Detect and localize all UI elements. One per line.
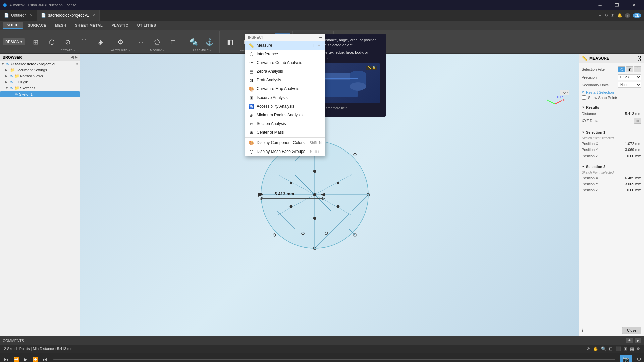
- snap-points-checkbox[interactable]: [582, 95, 586, 100]
- create-group: ⊞ ⬡ ⊙ ⌒ ◈ CREATE ▾: [26, 31, 110, 53]
- loft-btn[interactable]: ◈: [92, 33, 108, 51]
- display-btn[interactable]: ▦: [630, 346, 634, 351]
- fillet-btn[interactable]: ⌓: [133, 33, 149, 51]
- user-button[interactable]: ①: [611, 13, 614, 18]
- shell-btn[interactable]: □: [165, 33, 181, 51]
- selection1-title[interactable]: ▼ Selection 1: [582, 129, 641, 136]
- restore-button[interactable]: ❐: [609, 0, 625, 10]
- menu-item-zebra[interactable]: ▤ Zebra Analysis: [245, 67, 325, 76]
- ws-utilities[interactable]: UTILITIES: [133, 22, 160, 29]
- view-cube-btn[interactable]: ⬛: [615, 346, 621, 351]
- menu-item-curvature-map[interactable]: 🎨 Curvature Map Analysis: [245, 84, 325, 93]
- minimize-button[interactable]: ─: [592, 0, 608, 10]
- menu-item-mesh-face[interactable]: ⬡ Display Mesh Face Groups Shift+F: [245, 147, 325, 156]
- menu-options-icon[interactable]: •••: [318, 35, 322, 39]
- panel-expand-icon[interactable]: ⟩⟩: [638, 56, 641, 61]
- camera-icon[interactable]: 📷: [620, 355, 632, 362]
- chamfer-btn[interactable]: ⬠: [149, 33, 165, 51]
- comments-eye-btn[interactable]: 👁: [626, 338, 633, 343]
- results-title[interactable]: ▼ Results: [582, 104, 641, 111]
- browser-item-root[interactable]: ▼ 👁 ⚙ sacreddclockproject v1 ⚙: [0, 61, 80, 67]
- new-tab-button[interactable]: ＋: [598, 13, 602, 18]
- close-button[interactable]: ✕: [626, 0, 641, 10]
- automate-btn[interactable]: ⚙: [113, 33, 128, 51]
- orbit-btn[interactable]: ⟳: [587, 346, 590, 351]
- sweep-btn[interactable]: ⌒: [76, 33, 92, 51]
- app-title: 🔷 Autodesk Fusion 360 (Education License…: [3, 3, 78, 7]
- browser-item-named-views[interactable]: ▶ 👁 📁 Named Views: [0, 73, 80, 79]
- ws-mesh[interactable]: MESH: [51, 22, 70, 29]
- tab-sacred-icon: 📄: [41, 13, 46, 18]
- tab-close-untitled[interactable]: ✕: [30, 13, 33, 18]
- ws-sheet-metal[interactable]: SHEET METAL: [71, 22, 107, 29]
- menu-item-interference[interactable]: ⬡ Interference: [245, 50, 325, 58]
- play-prev-btn[interactable]: ⏪: [12, 355, 20, 362]
- selection2-title[interactable]: ▼ Selection 2: [582, 163, 641, 170]
- as-joint-btn[interactable]: ⚓: [202, 33, 217, 51]
- comments-arrow-btn[interactable]: ▶: [635, 338, 641, 343]
- menu-item-component-colors[interactable]: 🎨 Display Component Colors Shift+N: [245, 138, 325, 147]
- measure-dots[interactable]: ⋯: [318, 43, 322, 48]
- close-panel-button[interactable]: Close: [622, 327, 641, 334]
- menu-header: INSPECT •••: [245, 34, 325, 41]
- menu-item-section[interactable]: ✂ Section Analysis: [245, 119, 325, 128]
- tab-sacred[interactable]: 📄 sacreddclockproject v1 ✕: [37, 10, 100, 21]
- svg-point-43: [350, 82, 366, 90]
- svg-text:Y: Y: [546, 98, 549, 102]
- filter-face-btn[interactable]: ◧: [626, 66, 633, 72]
- ws-surface[interactable]: SURFACE: [23, 22, 50, 29]
- extrude-btn[interactable]: ⬡: [44, 33, 59, 51]
- play-settings-icon[interactable]: ⚙: [637, 356, 641, 362]
- curvature-comb-icon: 〜: [249, 60, 254, 65]
- browser-item-sketches[interactable]: ▼ 👁 📁 Sketches: [0, 85, 80, 91]
- tab-close-sacred[interactable]: ✕: [92, 13, 95, 18]
- browser-item-sketch1[interactable]: 👁 ✏ Sketch1: [0, 91, 80, 97]
- browser-item-doc-settings[interactable]: ▶ 📁 Document Settings: [0, 67, 80, 73]
- filter-edge-btn[interactable]: ⌒: [634, 66, 641, 72]
- menu-item-center-mass[interactable]: ⊕ Center of Mass: [245, 128, 325, 137]
- accessibility-icon: ♿: [249, 104, 254, 109]
- revolve-btn[interactable]: ⊙: [60, 33, 75, 51]
- settings-top-btn[interactable]: ⚙: [637, 347, 640, 351]
- app-icon: 🔷: [3, 3, 7, 7]
- plane-btn[interactable]: ◧: [222, 33, 238, 51]
- grid-btn[interactable]: ⊞: [624, 346, 627, 351]
- menu-item-measure[interactable]: 📏 Measure I ⋯: [245, 41, 325, 50]
- joint-btn[interactable]: 🔩: [186, 33, 201, 51]
- menu-item-min-radius[interactable]: ⌀ Minimum Radius Analysis: [245, 111, 325, 119]
- browser-expand-btn[interactable]: ▶: [75, 55, 77, 59]
- browser-item-origin[interactable]: ▶ 👁 ⊕ Origin: [0, 79, 80, 85]
- notify-button[interactable]: 🔔: [617, 13, 622, 18]
- info-icon[interactable]: ℹ: [582, 328, 583, 333]
- menu-item-accessibility[interactable]: ♿ Accessibility Analysis: [245, 102, 325, 111]
- restart-selection-btn[interactable]: ↺ Restart Selection: [582, 90, 614, 94]
- ws-solid[interactable]: SOLID: [3, 22, 23, 29]
- xyz-delta-expand-btn[interactable]: ⊞: [634, 118, 641, 124]
- ws-plastic[interactable]: PLASTIC: [107, 22, 132, 29]
- secondary-units-select[interactable]: None: [618, 82, 641, 88]
- play-end-btn[interactable]: ⏭: [41, 355, 49, 362]
- user-initials[interactable]: CB: [633, 13, 641, 18]
- measure-cursor-indicator: 📏🔒: [366, 66, 377, 70]
- menu-item-curvature-comb[interactable]: 〜 Curvature Comb Analysis: [245, 58, 325, 67]
- play-play-btn[interactable]: ▶: [22, 355, 29, 362]
- top-view-label[interactable]: TOP: [560, 90, 569, 95]
- menu-item-isocurve[interactable]: ⊞ Isocurve Analysis: [245, 93, 325, 102]
- browser-collapse-btn[interactable]: ◀: [71, 55, 73, 59]
- tab-untitled[interactable]: 📄 Untitled* ✕: [0, 10, 37, 21]
- pan-btn[interactable]: ✋: [593, 346, 598, 351]
- help-button[interactable]: ?: [625, 13, 630, 18]
- precision-select[interactable]: 0.123: [618, 74, 641, 80]
- comments-label: COMMENTS: [3, 339, 24, 343]
- new-component-btn[interactable]: ⊞: [28, 33, 43, 51]
- timeline-track[interactable]: [53, 359, 615, 360]
- design-toggle[interactable]: DESIGN ▾: [3, 38, 25, 45]
- comments-controls: 👁 ▶: [626, 338, 641, 343]
- zoom-btn[interactable]: 🔍: [601, 346, 606, 351]
- play-start-btn[interactable]: ⏮: [3, 355, 10, 362]
- fit-btn[interactable]: ⊡: [609, 346, 613, 351]
- filter-solid-btn[interactable]: ⬡: [618, 66, 625, 72]
- refresh-button[interactable]: ↻: [605, 13, 608, 18]
- menu-item-draft[interactable]: ◑ Draft Analysis: [245, 76, 325, 84]
- play-next-btn[interactable]: ⏩: [31, 355, 39, 362]
